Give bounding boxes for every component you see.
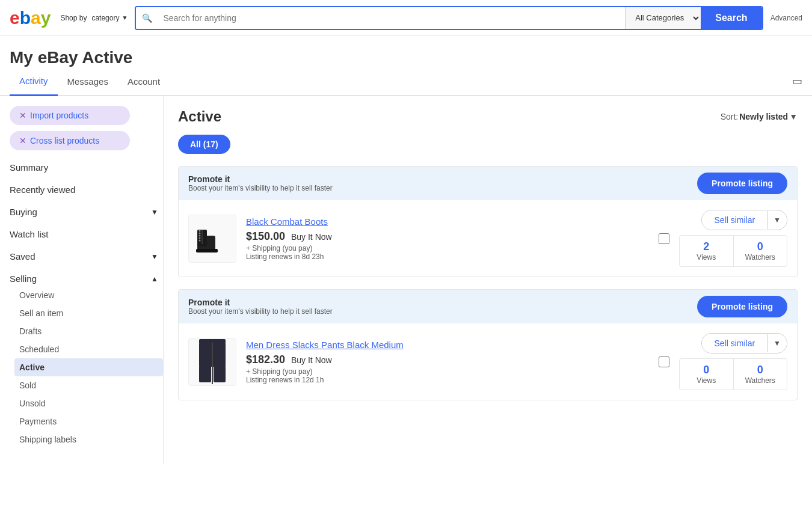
listing-title-2[interactable]: Men Dress Slacks Pants Black Medium [246, 340, 649, 350]
pants-image [194, 339, 230, 384]
header: e b a y Shop by category ▼ 🔍 All Categor… [0, 0, 812, 36]
stat-watchers-number-1: 0 [741, 240, 780, 253]
sell-similar-dropdown-2[interactable]: ▼ [767, 334, 787, 352]
listing-actions-2: Sell similar ▼ 0 Views 0 Watchers [679, 333, 787, 390]
sidebar-item-recently-viewed[interactable]: Recently viewed [10, 179, 163, 201]
sidebar-selling-items: Overview Sell an item Drafts Scheduled A… [10, 284, 163, 448]
listing-title-1[interactable]: Black Combat Boots [246, 216, 649, 227]
stat-watchers-1: 0 Watchers [734, 236, 787, 266]
import-products-button[interactable]: ✕ Import products [10, 106, 130, 125]
listing-row-2: Men Dress Slacks Pants Black Medium $182… [179, 323, 797, 400]
sidebar-item-shipping-labels[interactable]: Shipping labels [19, 430, 163, 448]
sidebar-group-buying: Buying ▼ [10, 201, 163, 223]
main-layout: ✕ Import products ✕ Cross list products … [0, 96, 812, 464]
content-area: Active Sort: Newly listed ▼ All (17) Pro… [164, 96, 812, 464]
svg-point-5 [199, 232, 201, 234]
sidebar-watchlist-label: Watch list [10, 229, 48, 239]
ebay-logo[interactable]: e b a y [10, 9, 51, 27]
search-button[interactable]: Search [701, 7, 761, 29]
page-title: My eBay Active [0, 36, 812, 67]
listing-price-2: $182.30 [246, 353, 285, 366]
category-select[interactable]: All Categories [625, 7, 701, 29]
sort-control[interactable]: Sort: Newly listed ▼ [721, 112, 798, 121]
listing-stats-1: 2 Views 0 Watchers [679, 235, 787, 267]
stat-watchers-label-2: Watchers [741, 376, 780, 385]
sidebar-item-scheduled[interactable]: Scheduled [19, 340, 163, 358]
shop-by-category[interactable]: Shop by category ▼ [60, 14, 128, 22]
shop-by-chevron-icon: ▼ [121, 14, 128, 21]
promote-bar-1: Promote it Boost your item's visibility … [179, 167, 797, 200]
tab-activity[interactable]: Activity [10, 67, 58, 96]
promote-listing-button-1[interactable]: Promote listing [697, 173, 787, 194]
sidebar-item-drafts[interactable]: Drafts [19, 322, 163, 340]
sidebar-item-active[interactable]: Active [14, 358, 163, 376]
sidebar-selling-label: Selling [10, 274, 37, 284]
promote-listing-button-2[interactable]: Promote listing [697, 296, 787, 317]
sidebar-watchlist-header[interactable]: Watch list [10, 229, 163, 239]
listing-image-2 [188, 338, 236, 386]
sell-similar-dropdown-1[interactable]: ▼ [767, 211, 787, 229]
sort-chevron-icon: ▼ [789, 112, 798, 121]
logo-b: b [20, 9, 31, 27]
sidebar-saved-header[interactable]: Saved ▼ [10, 251, 163, 262]
listing-card-1: Promote it Boost your item's visibility … [178, 166, 798, 277]
content-header: Active Sort: Newly listed ▼ [178, 108, 798, 125]
nav-tabs: Activity Messages Account ▭ [0, 67, 812, 96]
sidebar-item-payments[interactable]: Payments [19, 412, 163, 430]
stat-watchers-label-1: Watchers [741, 253, 780, 262]
listing-price-type-2: Buy It Now [291, 355, 332, 365]
stat-views-label-1: Views [687, 253, 726, 262]
filter-pills: All (17) [178, 135, 798, 154]
listing-image-1 [188, 215, 236, 263]
x-icon-2: ✕ [19, 136, 26, 145]
promote-bar-text-2: Promote it Boost your item's visibility … [188, 298, 333, 316]
listing-price-line-2: $182.30 Buy It Now [246, 353, 649, 366]
sidebar-buying-header[interactable]: Buying ▼ [10, 207, 163, 217]
sidebar-group-saved: Saved ▼ [10, 245, 163, 268]
sidebar-item-sell-an-item[interactable]: Sell an item [19, 304, 163, 322]
listing-info-1: Black Combat Boots $150.00 Buy It Now + … [246, 216, 649, 261]
svg-rect-12 [214, 366, 226, 382]
listing-checkbox-2[interactable] [659, 356, 669, 367]
x-icon: ✕ [19, 111, 26, 120]
sort-label: Sort: [721, 112, 739, 121]
search-input[interactable] [158, 7, 625, 29]
sell-similar-button-1[interactable]: Sell similar [702, 210, 767, 230]
sidebar-item-summary[interactable]: Summary [10, 156, 163, 179]
sidebar: ✕ Import products ✕ Cross list products … [0, 96, 164, 464]
cross-list-products-label: Cross list products [30, 136, 99, 145]
filter-all-pill[interactable]: All (17) [178, 135, 230, 154]
listing-shipping-2: + Shipping (you pay) [246, 367, 649, 376]
sidebar-buying-label: Buying [10, 207, 37, 217]
promote-subtitle-2: Boost your item's visibility to help it … [188, 307, 333, 316]
saved-chevron-icon: ▼ [151, 252, 158, 261]
sell-similar-group-2: Sell similar ▼ [701, 333, 787, 353]
listing-price-line-1: $150.00 Buy It Now [246, 230, 649, 243]
promote-bar-2: Promote it Boost your item's visibility … [179, 290, 797, 323]
tab-messages[interactable]: Messages [58, 68, 118, 95]
svg-rect-11 [199, 366, 211, 382]
sort-value: Newly listed [739, 112, 788, 121]
listing-renews-1: Listing renews in 8d 23h [246, 252, 649, 261]
cross-list-products-button[interactable]: ✕ Cross list products [10, 131, 130, 150]
tab-account[interactable]: Account [118, 68, 170, 95]
bookmark-icon[interactable]: ▭ [792, 75, 802, 88]
buying-chevron-icon: ▼ [151, 208, 158, 216]
promote-title-1: Promote it [188, 174, 333, 184]
listing-info-2: Men Dress Slacks Pants Black Medium $182… [246, 340, 649, 384]
search-icon: 🔍 [136, 7, 158, 29]
search-bar: 🔍 All Categories Search [135, 6, 763, 30]
promote-subtitle-1: Boost your item's visibility to help it … [188, 184, 333, 192]
svg-point-8 [199, 239, 201, 241]
logo-y: y [41, 9, 51, 27]
stat-watchers-number-2: 0 [741, 364, 780, 376]
sidebar-item-overview[interactable]: Overview [19, 286, 163, 304]
stat-views-1: 2 Views [680, 236, 734, 266]
advanced-search-link[interactable]: Advanced [770, 14, 802, 22]
sidebar-item-unsold[interactable]: Unsold [19, 394, 163, 412]
sidebar-item-sold[interactable]: Sold [19, 376, 163, 394]
sell-similar-button-2[interactable]: Sell similar [702, 334, 767, 353]
stat-views-number-1: 2 [687, 240, 726, 253]
listing-checkbox-1[interactable] [659, 233, 669, 244]
sidebar-selling-header[interactable]: Selling ▲ [10, 274, 163, 284]
